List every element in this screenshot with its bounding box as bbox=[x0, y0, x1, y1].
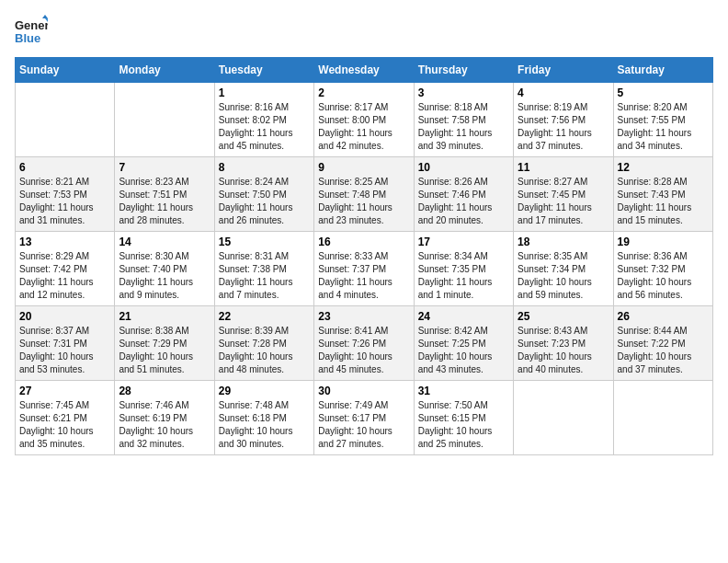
calendar-cell: 22Sunrise: 8:39 AMSunset: 7:28 PMDayligh… bbox=[214, 306, 313, 381]
day-number: 22 bbox=[219, 310, 310, 323]
calendar-week-4: 20Sunrise: 8:37 AMSunset: 7:31 PMDayligh… bbox=[16, 306, 713, 381]
day-header-sunday: Sunday bbox=[16, 58, 115, 83]
day-info: Sunrise: 7:45 AMSunset: 6:21 PMDaylight:… bbox=[19, 399, 110, 451]
day-number: 31 bbox=[418, 385, 509, 397]
calendar-cell: 20Sunrise: 8:37 AMSunset: 7:31 PMDayligh… bbox=[16, 306, 115, 381]
calendar-cell: 3Sunrise: 8:18 AMSunset: 7:58 PMDaylight… bbox=[414, 83, 513, 157]
day-number: 9 bbox=[318, 161, 409, 174]
day-info: Sunrise: 8:39 AMSunset: 7:28 PMDaylight:… bbox=[219, 325, 310, 376]
calendar-table: SundayMondayTuesdayWednesdayThursdayFrid… bbox=[15, 57, 713, 455]
day-header-monday: Monday bbox=[115, 58, 214, 83]
calendar-cell: 7Sunrise: 8:23 AMSunset: 7:51 PMDaylight… bbox=[115, 157, 214, 232]
day-info: Sunrise: 8:35 AMSunset: 7:34 PMDaylight:… bbox=[518, 250, 609, 302]
logo-svg: General Blue bbox=[15, 15, 48, 48]
calendar-cell: 30Sunrise: 7:49 AMSunset: 6:17 PMDayligh… bbox=[314, 381, 414, 455]
calendar-cell: 6Sunrise: 8:21 AMSunset: 7:53 PMDaylight… bbox=[16, 157, 115, 232]
day-info: Sunrise: 8:21 AMSunset: 7:53 PMDaylight:… bbox=[19, 176, 110, 227]
day-header-friday: Friday bbox=[514, 58, 613, 83]
calendar-week-1: 1Sunrise: 8:16 AMSunset: 8:02 PMDaylight… bbox=[16, 83, 713, 157]
day-number: 26 bbox=[618, 310, 709, 323]
day-number: 30 bbox=[318, 385, 409, 397]
calendar-cell: 9Sunrise: 8:25 AMSunset: 7:48 PMDaylight… bbox=[314, 157, 414, 232]
calendar-cell bbox=[115, 83, 214, 157]
day-info: Sunrise: 7:48 AMSunset: 6:18 PMDaylight:… bbox=[219, 399, 310, 451]
day-number: 15 bbox=[219, 236, 310, 248]
day-header-tuesday: Tuesday bbox=[214, 58, 313, 83]
calendar-header: SundayMondayTuesdayWednesdayThursdayFrid… bbox=[16, 58, 713, 83]
day-number: 1 bbox=[219, 86, 310, 99]
calendar-cell: 5Sunrise: 8:20 AMSunset: 7:55 PMDaylight… bbox=[613, 83, 712, 157]
day-number: 10 bbox=[418, 161, 509, 174]
calendar-cell: 29Sunrise: 7:48 AMSunset: 6:18 PMDayligh… bbox=[214, 381, 313, 455]
day-number: 17 bbox=[418, 236, 509, 248]
day-number: 7 bbox=[119, 161, 210, 174]
day-info: Sunrise: 8:18 AMSunset: 7:58 PMDaylight:… bbox=[418, 101, 509, 153]
day-info: Sunrise: 7:49 AMSunset: 6:17 PMDaylight:… bbox=[318, 399, 409, 451]
day-number: 19 bbox=[618, 236, 709, 248]
calendar-cell: 23Sunrise: 8:41 AMSunset: 7:26 PMDayligh… bbox=[314, 306, 414, 381]
calendar-cell bbox=[16, 83, 115, 157]
calendar-cell: 17Sunrise: 8:34 AMSunset: 7:35 PMDayligh… bbox=[414, 232, 513, 306]
calendar-cell: 1Sunrise: 8:16 AMSunset: 8:02 PMDaylight… bbox=[214, 83, 313, 157]
day-number: 2 bbox=[318, 86, 409, 99]
calendar-cell: 19Sunrise: 8:36 AMSunset: 7:32 PMDayligh… bbox=[613, 232, 712, 306]
calendar-cell: 18Sunrise: 8:35 AMSunset: 7:34 PMDayligh… bbox=[514, 232, 613, 306]
page-header: General Blue bbox=[15, 15, 713, 48]
day-info: Sunrise: 7:50 AMSunset: 6:15 PMDaylight:… bbox=[418, 399, 509, 451]
day-info: Sunrise: 8:28 AMSunset: 7:43 PMDaylight:… bbox=[618, 176, 709, 227]
day-info: Sunrise: 8:31 AMSunset: 7:38 PMDaylight:… bbox=[219, 250, 310, 302]
day-info: Sunrise: 8:29 AMSunset: 7:42 PMDaylight:… bbox=[19, 250, 110, 302]
svg-text:General: General bbox=[15, 18, 48, 32]
calendar-cell: 25Sunrise: 8:43 AMSunset: 7:23 PMDayligh… bbox=[514, 306, 613, 381]
day-info: Sunrise: 7:46 AMSunset: 6:19 PMDaylight:… bbox=[119, 399, 210, 451]
day-info: Sunrise: 8:44 AMSunset: 7:22 PMDaylight:… bbox=[618, 325, 709, 376]
day-info: Sunrise: 8:38 AMSunset: 7:29 PMDaylight:… bbox=[119, 325, 210, 376]
calendar-week-2: 6Sunrise: 8:21 AMSunset: 7:53 PMDaylight… bbox=[16, 157, 713, 232]
day-number: 13 bbox=[19, 236, 110, 248]
calendar-cell: 31Sunrise: 7:50 AMSunset: 6:15 PMDayligh… bbox=[414, 381, 513, 455]
day-number: 4 bbox=[518, 86, 609, 99]
day-number: 27 bbox=[19, 385, 110, 397]
day-info: Sunrise: 8:19 AMSunset: 7:56 PMDaylight:… bbox=[518, 101, 609, 153]
calendar-cell: 14Sunrise: 8:30 AMSunset: 7:40 PMDayligh… bbox=[115, 232, 214, 306]
day-number: 18 bbox=[518, 236, 609, 248]
day-number: 25 bbox=[518, 310, 609, 323]
day-info: Sunrise: 8:24 AMSunset: 7:50 PMDaylight:… bbox=[219, 176, 310, 227]
day-info: Sunrise: 8:34 AMSunset: 7:35 PMDaylight:… bbox=[418, 250, 509, 302]
day-header-saturday: Saturday bbox=[613, 58, 712, 83]
calendar-week-5: 27Sunrise: 7:45 AMSunset: 6:21 PMDayligh… bbox=[16, 381, 713, 455]
day-info: Sunrise: 8:41 AMSunset: 7:26 PMDaylight:… bbox=[318, 325, 409, 376]
day-header-thursday: Thursday bbox=[414, 58, 513, 83]
day-info: Sunrise: 8:27 AMSunset: 7:45 PMDaylight:… bbox=[518, 176, 609, 227]
day-info: Sunrise: 8:17 AMSunset: 8:00 PMDaylight:… bbox=[318, 101, 409, 153]
day-info: Sunrise: 8:36 AMSunset: 7:32 PMDaylight:… bbox=[618, 250, 709, 302]
calendar-cell: 11Sunrise: 8:27 AMSunset: 7:45 PMDayligh… bbox=[514, 157, 613, 232]
day-info: Sunrise: 8:30 AMSunset: 7:40 PMDaylight:… bbox=[119, 250, 210, 302]
day-info: Sunrise: 8:16 AMSunset: 8:02 PMDaylight:… bbox=[219, 101, 310, 153]
day-number: 12 bbox=[618, 161, 709, 174]
calendar-cell: 16Sunrise: 8:33 AMSunset: 7:37 PMDayligh… bbox=[314, 232, 414, 306]
day-info: Sunrise: 8:37 AMSunset: 7:31 PMDaylight:… bbox=[19, 325, 110, 376]
calendar-cell: 26Sunrise: 8:44 AMSunset: 7:22 PMDayligh… bbox=[613, 306, 712, 381]
logo: General Blue bbox=[15, 15, 48, 48]
day-number: 6 bbox=[19, 161, 110, 174]
day-number: 28 bbox=[119, 385, 210, 397]
calendar-cell: 8Sunrise: 8:24 AMSunset: 7:50 PMDaylight… bbox=[214, 157, 313, 232]
day-info: Sunrise: 8:20 AMSunset: 7:55 PMDaylight:… bbox=[618, 101, 709, 153]
day-number: 3 bbox=[418, 86, 509, 99]
day-info: Sunrise: 8:25 AMSunset: 7:48 PMDaylight:… bbox=[318, 176, 409, 227]
day-number: 20 bbox=[19, 310, 110, 323]
day-number: 23 bbox=[318, 310, 409, 323]
calendar-cell: 12Sunrise: 8:28 AMSunset: 7:43 PMDayligh… bbox=[613, 157, 712, 232]
calendar-cell bbox=[613, 381, 712, 455]
day-number: 8 bbox=[219, 161, 310, 174]
calendar-cell: 24Sunrise: 8:42 AMSunset: 7:25 PMDayligh… bbox=[414, 306, 513, 381]
day-number: 29 bbox=[219, 385, 310, 397]
day-number: 21 bbox=[119, 310, 210, 323]
calendar-cell: 15Sunrise: 8:31 AMSunset: 7:38 PMDayligh… bbox=[214, 232, 313, 306]
calendar-cell: 27Sunrise: 7:45 AMSunset: 6:21 PMDayligh… bbox=[16, 381, 115, 455]
calendar-cell: 21Sunrise: 8:38 AMSunset: 7:29 PMDayligh… bbox=[115, 306, 214, 381]
calendar-cell: 28Sunrise: 7:46 AMSunset: 6:19 PMDayligh… bbox=[115, 381, 214, 455]
day-number: 5 bbox=[618, 86, 709, 99]
day-info: Sunrise: 8:23 AMSunset: 7:51 PMDaylight:… bbox=[119, 176, 210, 227]
